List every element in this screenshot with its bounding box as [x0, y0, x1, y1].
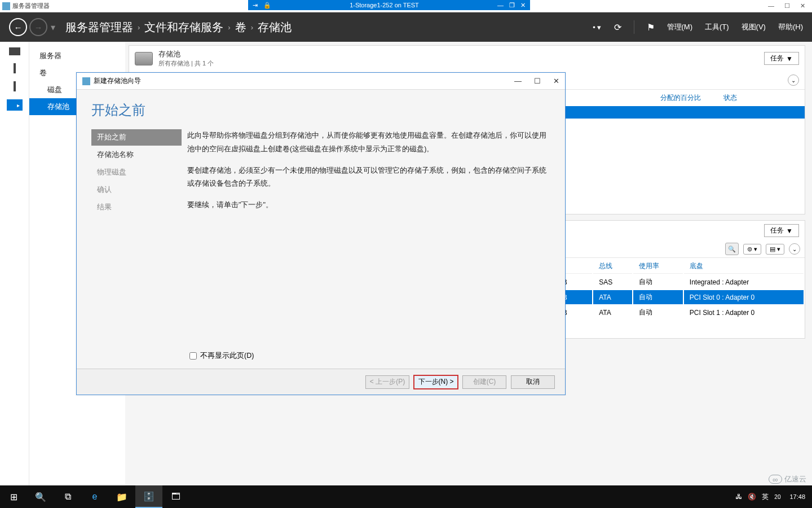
phys-collapse-button[interactable]: ⌄: [789, 243, 800, 255]
breadcrumb: 服务器管理器› 文件和存储服务› 卷› 存储池: [65, 20, 292, 35]
sidebar-item-servers[interactable]: 服务器: [29, 47, 125, 64]
task-view-button[interactable]: ⧉: [54, 485, 81, 508]
server-manager-header: ← → ▾ 服务器管理器› 文件和存储服务› 卷› 存储池 • ▾ ⟳ ⚑ 管理…: [0, 12, 812, 42]
wizard-step-before[interactable]: 开始之前: [91, 129, 182, 146]
ime-num[interactable]: 20: [774, 494, 780, 500]
col-bus[interactable]: 总线: [593, 259, 632, 274]
pool-panel-title: 存储池: [158, 49, 214, 59]
menu-tools[interactable]: 工具(T): [705, 22, 729, 32]
wizard-heading: 开始之前: [91, 101, 550, 119]
wizard-close-icon[interactable]: ✕: [553, 77, 559, 85]
outer-minimize-icon[interactable]: —: [768, 2, 774, 10]
server-manager-icon: [2, 2, 10, 10]
nav-dropdown-icon[interactable]: ▾: [51, 22, 55, 33]
menu-help[interactable]: 帮助(H): [778, 22, 803, 32]
breadcrumb-1[interactable]: 文件和存储服务: [144, 20, 223, 35]
tray-sound-icon[interactable]: 🔇: [748, 493, 756, 501]
phys-tasks-button[interactable]: 任务 ▼: [764, 224, 799, 237]
pool-col-status[interactable]: 状态: [723, 93, 737, 103]
pool-panel-subtitle: 所有存储池 | 共 1 个: [158, 59, 214, 68]
nav-back-button[interactable]: ←: [9, 18, 27, 36]
breadcrumb-3[interactable]: 存储池: [258, 20, 292, 35]
watermark: ∞ 亿速云: [769, 474, 806, 484]
refresh-icon[interactable]: ⟳: [614, 22, 621, 33]
breadcrumb-2[interactable]: 卷: [235, 20, 246, 35]
prev-button: < 上一步(P): [365, 375, 409, 389]
wizard-steps: 开始之前 存储池名称 物理磁盘 确认 结果: [91, 124, 182, 351]
vm-title: 1-Storage1-252 on TEST: [279, 2, 489, 8]
dont-show-label[interactable]: 不再显示此页(D): [200, 351, 254, 361]
vm-restore-icon[interactable]: ❐: [509, 2, 515, 9]
icon-rail: [0, 42, 29, 485]
lock-icon[interactable]: 🔒: [263, 2, 271, 9]
search-icon[interactable]: 🔍: [725, 243, 739, 255]
explorer-icon[interactable]: 📁: [108, 485, 135, 508]
watermark-text: 亿速云: [784, 474, 806, 484]
breadcrumb-root[interactable]: 服务器管理器: [65, 20, 133, 35]
vm-connection-bar: ⇥ 🔒 1-Storage1-252 on TEST — ❐ ✕: [248, 0, 530, 10]
app-icon[interactable]: 🗔: [162, 485, 189, 508]
create-button: 创建(C): [462, 375, 506, 389]
outer-maximize-icon[interactable]: ☐: [784, 2, 790, 10]
pool-collapse-button[interactable]: ⌄: [788, 75, 799, 86]
dont-show-checkbox[interactable]: [189, 352, 197, 360]
filter-dropdown-1[interactable]: ⊜ ▾: [743, 244, 761, 255]
start-button[interactable]: ⊞: [0, 485, 27, 508]
chevron-down-icon: ▼: [786, 55, 793, 63]
new-storage-pool-wizard: 新建存储池向导 — ☐ ✕ 开始之前 开始之前 存储池名称 物理磁盘 确认 结果…: [76, 72, 566, 395]
wizard-maximize-icon[interactable]: ☐: [534, 77, 541, 85]
filter-dropdown-2[interactable]: ▤ ▾: [766, 244, 784, 255]
wizard-step-name[interactable]: 存储池名称: [91, 147, 182, 163]
wizard-step-confirm: 确认: [91, 182, 182, 198]
tray-clock[interactable]: 17:48: [786, 493, 809, 500]
wizard-footer: < 上一步(P) 下一步(N) > 创建(C) 取消: [77, 369, 565, 395]
dropdown-indicator-icon[interactable]: • ▾: [593, 23, 601, 32]
tray-network-icon[interactable]: 🖧: [735, 493, 742, 501]
cancel-button[interactable]: 取消: [511, 375, 555, 389]
wizard-body-text: 此向导帮助你将物理磁盘分组到存储池中，从而使你能够更有效地使用磁盘容量。在创建存…: [182, 124, 550, 351]
pin-icon[interactable]: ⇥: [253, 2, 258, 9]
ime-indicator[interactable]: 英: [762, 492, 769, 502]
server-manager-taskbar-icon[interactable]: 🗄️: [135, 485, 162, 508]
watermark-icon: ∞: [769, 475, 782, 484]
wizard-icon: [82, 77, 90, 85]
menu-view[interactable]: 视图(V): [742, 22, 766, 32]
rail-all-icon[interactable]: [14, 81, 16, 91]
rail-storage-icon[interactable]: [7, 99, 23, 111]
wizard-minimize-icon[interactable]: —: [514, 77, 522, 85]
pool-col-alloc[interactable]: 分配的百分比: [660, 93, 701, 103]
col-usage[interactable]: 使用率: [633, 259, 683, 274]
next-button[interactable]: 下一步(N) >: [414, 375, 458, 389]
vm-close-icon[interactable]: ✕: [520, 2, 526, 9]
ie-icon[interactable]: e: [81, 485, 108, 508]
rail-dashboard-icon[interactable]: [9, 47, 20, 55]
flag-icon[interactable]: ⚑: [647, 22, 655, 33]
col-chassis[interactable]: 底盘: [684, 259, 804, 274]
nav-forward-button[interactable]: →: [29, 18, 47, 36]
chevron-down-icon: ▼: [786, 227, 793, 235]
drive-icon: [135, 52, 153, 65]
wizard-title: 新建存储池向导: [94, 76, 141, 86]
vm-minimize-icon[interactable]: —: [497, 2, 504, 9]
rail-local-icon[interactable]: [14, 63, 16, 73]
search-button[interactable]: 🔍: [27, 485, 54, 508]
taskbar: ⊞ 🔍 ⧉ e 📁 🗄️ 🗔 🖧 🔇 英 20 17:48: [0, 485, 812, 508]
outer-window-title: 服务器管理器: [12, 2, 50, 10]
wizard-step-disks: 物理磁盘: [91, 164, 182, 181]
wizard-step-result: 结果: [91, 199, 182, 216]
wizard-titlebar[interactable]: 新建存储池向导 — ☐ ✕: [77, 73, 565, 90]
menu-manage[interactable]: 管理(M): [667, 22, 693, 32]
pool-tasks-button[interactable]: 任务 ▼: [764, 52, 799, 65]
outer-close-icon[interactable]: ✕: [800, 2, 805, 10]
